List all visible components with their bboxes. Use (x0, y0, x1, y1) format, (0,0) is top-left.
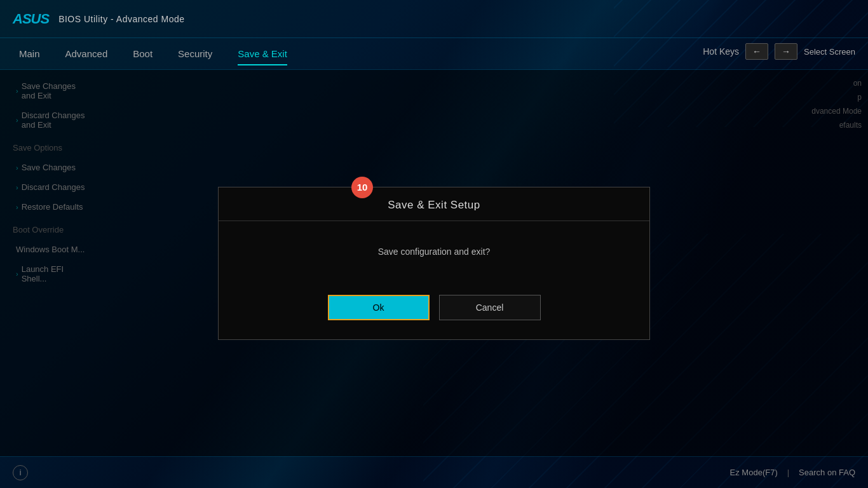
dialog-title: Save & Exit Setup (238, 199, 630, 212)
dialog-overlay: 10 Save & Exit Setup Save configuration … (0, 70, 868, 456)
nav-boot[interactable]: Boot (133, 45, 153, 62)
nav-save-exit[interactable]: Save & Exit (238, 45, 287, 62)
dialog-buttons: Ok Cancel (219, 295, 649, 339)
dialog-header: Save & Exit Setup (219, 187, 649, 221)
save-exit-dialog: 10 Save & Exit Setup Save configuration … (218, 187, 650, 340)
bottom-bar: i Ez Mode(F7) | Search on FAQ (0, 456, 868, 488)
step-badge: 10 (351, 177, 373, 198)
info-icon[interactable]: i (13, 465, 28, 480)
header: ASUS BIOS Utility - Advanced Mode (0, 0, 868, 38)
nav-main[interactable]: Main (19, 45, 40, 62)
bottom-right: Ez Mode(F7) | Search on FAQ (730, 468, 855, 477)
main-content: › Save Changes and Exit › Discard Change… (0, 70, 868, 456)
dialog-message: Save configuration and exit? (238, 247, 630, 257)
nav-security[interactable]: Security (178, 45, 212, 62)
faq-link[interactable]: Search on FAQ (799, 468, 855, 477)
cancel-button[interactable]: Cancel (439, 295, 541, 320)
hot-keys-label: Hot Keys (703, 46, 739, 57)
select-screen-label: Select Screen (804, 47, 855, 57)
left-arrow-key[interactable]: ← (745, 43, 768, 60)
right-arrow-key[interactable]: → (775, 43, 797, 60)
nav-advanced[interactable]: Advanced (65, 45, 108, 62)
ez-mode-link[interactable]: Ez Mode(F7) (730, 468, 778, 477)
separator: | (787, 468, 789, 477)
hot-keys-panel: Hot Keys ← → Select Screen (703, 43, 855, 60)
asus-logo: ASUS (13, 11, 49, 27)
dialog-body: Save configuration and exit? (219, 221, 649, 295)
header-title: BIOS Utility - Advanced Mode (58, 14, 184, 24)
ok-button[interactable]: Ok (328, 295, 430, 320)
